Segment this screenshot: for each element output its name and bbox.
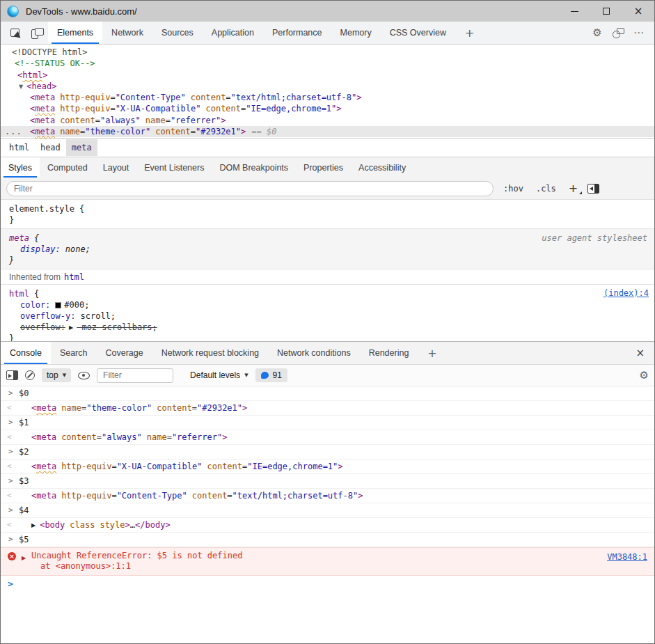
toggle-hover-button[interactable]: :hov [500,182,526,195]
expand-arrow-icon[interactable]: ▶ [22,553,26,563]
tree-line-meta-referrer[interactable]: <metacontent="always"name="referrer"> [1,115,654,126]
context-selector[interactable]: top▼ [42,368,71,382]
rule-selector-line[interactable]: element.style{ [1,203,654,214]
computed-sidebar-toggle-icon[interactable] [587,184,599,194]
tab-sources[interactable]: Sources [152,22,203,44]
inspect-element-button[interactable] [6,24,23,41]
tab-layout[interactable]: Layout [95,157,137,178]
console-result-4[interactable]: <▶<bodyclassstyle>…</body> [1,518,654,533]
attr-name: name [145,116,166,125]
log-levels-dropdown[interactable]: Default levels▼ [190,370,248,380]
rule-meta-ua[interactable]: user agent stylesheet meta{ display:none… [1,229,654,269]
breadcrumb-meta[interactable]: meta [66,139,97,156]
collapse-arrow-icon[interactable]: ▼ [19,84,23,90]
command-prompt-icon: > [8,445,13,459]
rule-selector-line: html{ [1,288,654,299]
tree-line-meta-content-type[interactable]: <metahttp-equiv="Content-Type"content="t… [1,92,654,103]
tab-styles[interactable]: Styles [1,157,40,178]
command-text: $3 [19,476,29,486]
tag-name: meta [35,116,55,125]
console-sidebar-icon[interactable] [6,370,18,380]
css-property-display[interactable]: display:none; [1,244,654,255]
tab-accessibility[interactable]: Accessibility [351,157,413,178]
tab-performance-label: Performance [272,28,322,38]
tree-line-html[interactable]: <html> [1,70,654,81]
tab-elements[interactable]: Elements [48,22,102,44]
console-error-message[interactable]: × ▶ Uncaught ReferenceError: $5 is not d… [1,547,654,576]
tab-console[interactable]: Console [1,342,51,364]
live-expression-eye-icon[interactable] [78,372,90,379]
tab-rendering[interactable]: Rendering [360,342,418,364]
punct: > [338,462,342,471]
rule-html[interactable]: (index):4 html{ color:#000; overflow-y:s… [1,285,654,341]
console-command-0[interactable]: >$0 [1,386,654,401]
tab-network-request-blocking[interactable]: Network request blocking [152,342,268,364]
issues-counter[interactable]: 91 [255,368,287,382]
minimize-button[interactable] [558,1,590,22]
toggle-class-button[interactable]: .cls [533,182,559,195]
maximize-button[interactable] [590,1,622,22]
close-button[interactable]: × [622,1,654,22]
tab-properties[interactable]: Properties [296,157,351,178]
console-input-row[interactable]: > [1,576,654,593]
log-levels-label: Default levels [190,370,240,380]
add-tab-button[interactable]: + [455,22,484,44]
tab-event-listeners[interactable]: Event Listeners [136,157,212,178]
attr-name: name [61,403,81,413]
tree-line-meta-theme-color-selected[interactable]: ...<metaname="theme-color"content="#2932… [1,126,654,137]
close-drawer-button[interactable]: × [626,342,654,364]
device-toolbar-button[interactable] [29,24,45,41]
tree-line-doctype[interactable]: <!DOCTYPE html> [1,47,654,58]
css-property-color[interactable]: color:#000; [1,299,654,311]
more-options-icon[interactable]: ⋯ [631,24,647,41]
color-swatch[interactable] [55,302,61,308]
console-result-3[interactable]: <<metahttp-equiv="Content-Type"content="… [1,489,654,503]
console-result-1[interactable]: <<metacontent="always"name="referrer"> [1,430,654,445]
tab-memory[interactable]: Memory [331,22,381,44]
console-command-5[interactable]: >$5 [1,533,654,547]
tab-search[interactable]: Search [51,342,97,364]
breadcrumb-head[interactable]: head [35,139,66,156]
expand-arrow-icon[interactable]: ▶ [31,522,35,528]
tree-line-comment[interactable]: <!--STATUS OK--> [1,58,654,69]
punct: = [227,491,232,501]
feedback-button[interactable] [610,24,626,41]
console-result-2[interactable]: <<metahttp-equiv="X-UA-Compatible"conten… [1,460,654,474]
attr-value: "#2932e1" [196,127,241,136]
console-command-1[interactable]: >$1 [1,416,654,430]
tab-network-conditions[interactable]: Network conditions [268,342,360,364]
tab-performance[interactable]: Performance [263,22,331,44]
console-filter-input[interactable] [97,368,173,383]
tab-application[interactable]: Application [203,22,263,44]
css-property-overflow-y[interactable]: overflow-y:scroll; [1,311,654,322]
settings-gear-icon[interactable]: ⚙ [589,24,606,41]
inherited-html-link[interactable]: html [64,272,84,282]
tab-network[interactable]: Network [102,22,152,44]
gutter-more-icon[interactable]: ... [5,126,22,137]
tab-coverage[interactable]: Coverage [96,342,152,364]
console-settings-icon[interactable]: ⚙ [640,369,649,382]
console-command-3[interactable]: >$3 [1,474,654,489]
tab-computed[interactable]: Computed [40,157,95,178]
tree-line-meta-xua[interactable]: <metahttp-equiv="X-UA-Compatible"content… [1,103,654,114]
tab-dom-breakpoints[interactable]: DOM Breakpoints [212,157,296,178]
breadcrumb-html[interactable]: html [3,139,35,156]
tree-line-head[interactable]: ▼<head> [1,81,654,92]
tab-accessibility-label: Accessibility [358,163,406,173]
console-result-0[interactable]: <<metaname="theme-color"content="#2932e1… [1,401,654,416]
css-property-overflow-invalid[interactable]: overflow:▶-moz-scrollbars; [1,322,654,333]
tab-css-overview[interactable]: CSS Overview [381,22,455,44]
new-style-rule-button[interactable]: + [566,182,581,195]
source-link[interactable]: (index):4 [603,288,649,298]
error-source-link[interactable]: VM3848:1 [607,552,647,563]
clear-console-icon[interactable] [25,370,35,380]
console-command-2[interactable]: >$2 [1,445,654,460]
add-drawer-tab-button[interactable]: + [418,342,446,364]
styles-filter-input[interactable] [6,181,494,196]
rule-element-style[interactable]: element.style{ } [1,200,654,229]
expand-arrow-icon[interactable]: ▶ [69,324,73,331]
tab-css-overview-label: CSS Overview [390,28,446,38]
tab-application-label: Application [212,28,254,38]
console-command-4[interactable]: >$4 [1,503,654,518]
attr-value: "IE=edge,chrome=1" [247,462,338,471]
